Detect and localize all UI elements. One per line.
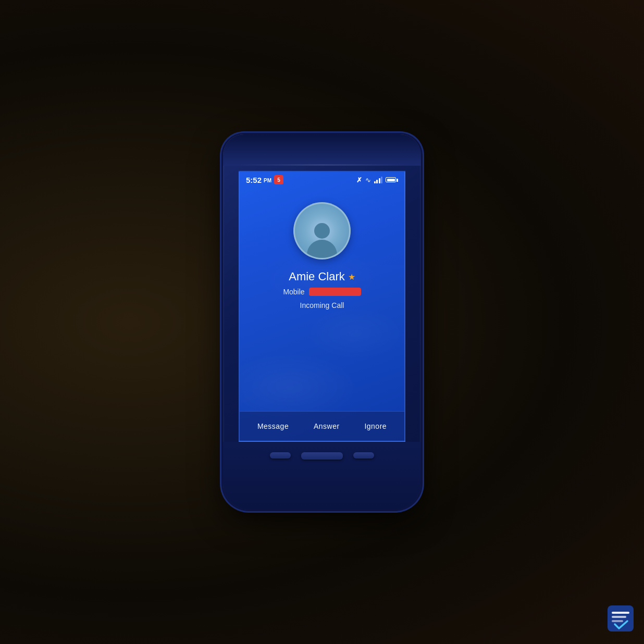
mobile-label: Mobile xyxy=(283,288,304,296)
signal-icon xyxy=(374,177,383,183)
action-buttons: Message Answer Ignore xyxy=(240,411,404,441)
redacted-phone-number xyxy=(309,288,361,296)
phone-bottom xyxy=(223,442,421,510)
phone-right-button[interactable] xyxy=(353,452,374,459)
contact-name-text: Amie Clark xyxy=(289,270,345,283)
signal-bar-1 xyxy=(374,181,376,183)
svg-rect-3 xyxy=(612,620,623,622)
answer-button[interactable]: Answer xyxy=(307,419,346,434)
status-time: 5:52 PM xyxy=(246,176,271,184)
avatar-head xyxy=(314,223,330,239)
wifi-icon: ∿ xyxy=(365,176,371,184)
status-bar: 5:52 PM 5 ✗ ∿ xyxy=(240,172,404,187)
ignore-button[interactable]: Ignore xyxy=(358,419,393,434)
phone-left-button[interactable] xyxy=(270,452,291,459)
incoming-call-label: Incoming Call xyxy=(300,301,344,309)
phone-button-row-1 xyxy=(270,452,374,460)
phone-center-button[interactable] xyxy=(301,452,343,460)
battery-fill xyxy=(387,179,395,181)
phone-scene: 5:52 PM 5 ✗ ∿ xyxy=(187,88,457,556)
watermark xyxy=(608,605,634,634)
star-icon: ★ xyxy=(348,272,355,282)
status-icons: ✗ ∿ xyxy=(356,176,399,184)
battery-body xyxy=(386,177,396,182)
signal-bar-2 xyxy=(376,180,378,183)
time-ampm: PM xyxy=(264,178,271,183)
contact-name: Amie Clark ★ xyxy=(289,270,355,283)
battery-icon xyxy=(386,177,398,182)
bluetooth-icon: ✗ xyxy=(356,176,362,184)
phone-body: 5:52 PM 5 ✗ ∿ xyxy=(223,134,421,510)
avatar-figure xyxy=(307,223,337,258)
svg-rect-1 xyxy=(612,612,629,614)
battery-tip xyxy=(397,179,398,182)
svg-rect-2 xyxy=(612,616,626,618)
phone-screen: 5:52 PM 5 ✗ ∿ xyxy=(239,171,405,442)
phone-top-hinge xyxy=(223,134,421,166)
message-button[interactable]: Message xyxy=(251,419,295,434)
time-display: 5:52 xyxy=(246,176,262,184)
signal-bar-3 xyxy=(379,178,380,183)
watermark-icon xyxy=(608,605,634,631)
signal-bar-4 xyxy=(381,177,382,183)
avatar xyxy=(293,202,351,259)
notification-badge: 5 xyxy=(274,175,283,184)
contact-mobile: Mobile xyxy=(283,288,361,296)
contact-area: Amie Clark ★ Mobile Incoming Call xyxy=(240,187,404,309)
avatar-body xyxy=(307,240,337,258)
